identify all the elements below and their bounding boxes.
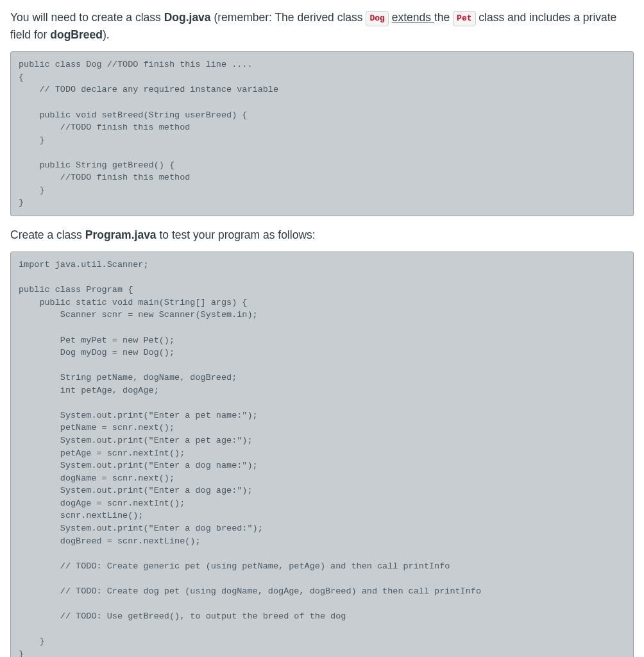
pet-code-badge: Pet (453, 11, 475, 26)
text: the (434, 11, 453, 24)
extends-underlined: extends (392, 11, 434, 24)
paragraph-program-class: Create a class Program.java to test your… (10, 226, 634, 244)
text: to test your program as follows: (157, 228, 316, 241)
paragraph-dog-class: You will need to create a class Dog.java… (10, 9, 634, 44)
program-bold: Program.java (85, 228, 157, 241)
text: You will need to create a class (10, 11, 164, 24)
dog-code-badge: Dog (366, 11, 388, 26)
text: Create a class (10, 228, 85, 241)
dogbreed-bold: dogBreed (50, 28, 103, 41)
text: ). (103, 28, 110, 41)
program-code-block: import java.util.Scanner; public class P… (10, 252, 634, 657)
class-name-bold: Dog.java (164, 11, 211, 24)
text: (remember: The derived class (211, 11, 366, 24)
dog-code-block: public class Dog //TODO finish this line… (10, 51, 634, 216)
